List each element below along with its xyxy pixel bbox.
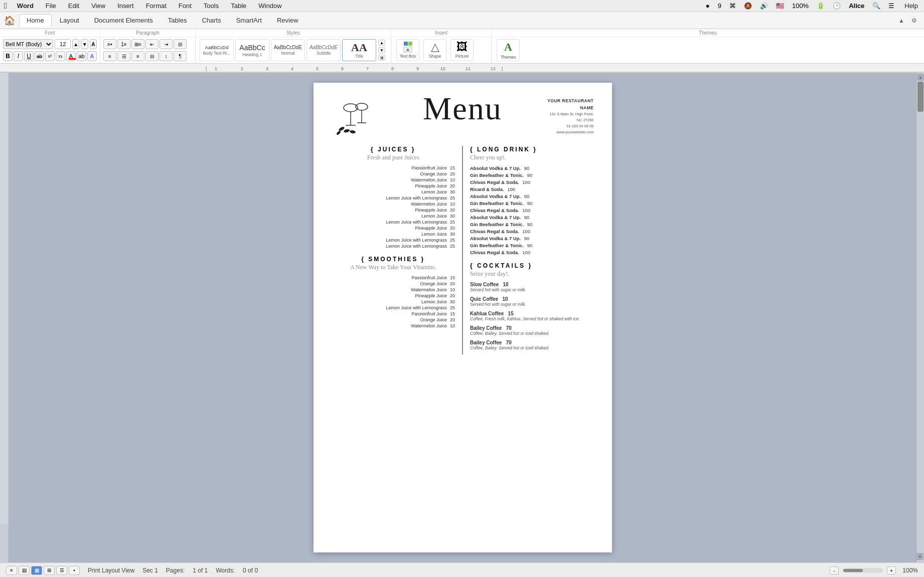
font-size-up[interactable]: ▲ (72, 39, 79, 49)
menu-insert[interactable]: Insert (115, 2, 136, 10)
font-color-button[interactable]: A (66, 51, 76, 61)
strikethrough-button[interactable]: ab (35, 51, 44, 61)
style-heading1[interactable]: AaBbCc Heading 1 (235, 39, 269, 61)
superscript-button[interactable]: x² (45, 51, 55, 61)
smoothie-item: Orange Juice20 (332, 281, 455, 286)
styles-scroll-down[interactable]: ▼ (378, 47, 385, 53)
underline-button[interactable]: U (24, 51, 34, 61)
menu-tools[interactable]: Tools (202, 2, 221, 10)
cocktail-item: Bailey Coffee 70 Coffee, Bailey. Served … (470, 325, 594, 336)
juice-item: Lemon Juice with Lemongrass25 (332, 244, 455, 249)
menu-format[interactable]: Format (144, 2, 169, 10)
highlight-button[interactable]: ab (77, 51, 86, 61)
status-bar: ≡ ▤ ▦ ⊞ ☰ ▪ Print Layout View Sec 1 Page… (0, 562, 924, 577)
view-btn-5[interactable]: ☰ (56, 566, 67, 575)
align-right-btn[interactable]: ≡ (131, 51, 144, 61)
restaurant-name: YOUR RESTAURANT NAME (534, 98, 594, 111)
svg-point-20 (343, 129, 350, 133)
ld-item: Absolut Vodka & 7 Up. 90 (470, 236, 594, 241)
tab-tables[interactable]: Tables (161, 15, 194, 26)
tab-smartart[interactable]: SmartArt (229, 15, 269, 26)
svg-point-22 (336, 130, 341, 136)
multicolumn-btn[interactable]: ⊟ (174, 39, 187, 49)
font-section-label: Font (0, 29, 100, 37)
logo-area (332, 98, 392, 138)
words-label: Words: (216, 567, 235, 574)
zoom-in-btn[interactable]: + (887, 566, 896, 574)
tab-document-elements[interactable]: Document Elements (87, 15, 160, 26)
view-btn-4[interactable]: ⊞ (44, 566, 55, 575)
tab-home[interactable]: Home (19, 14, 52, 27)
list-outline-btn[interactable]: ⊞≡ (131, 39, 144, 49)
list-numbered-btn[interactable]: 1≡ (117, 39, 130, 49)
view-btn-6[interactable]: ▪ (69, 566, 80, 575)
menu-window[interactable]: Window (256, 2, 283, 10)
smoothies-subtitle: A New Way to Take Your Vitamins. (332, 264, 455, 271)
picture-insert-btn[interactable]: 🖼 Picture (450, 39, 474, 61)
apple-menu[interactable]:  (4, 2, 7, 11)
indent-decrease-btn[interactable]: ⇤ (145, 39, 159, 49)
zoom-level: 100% (900, 567, 918, 574)
bold-button[interactable]: B (3, 51, 13, 61)
tab-layout[interactable]: Layout (53, 15, 86, 26)
ribbon-collapse[interactable]: ▲ (895, 17, 907, 24)
view-btn-3[interactable]: ▦ (31, 566, 42, 575)
themes-btn[interactable]: A Themes (497, 39, 520, 61)
tab-review[interactable]: Review (270, 15, 305, 26)
italic-button[interactable]: I (14, 51, 23, 61)
font-size-input[interactable] (55, 39, 71, 49)
show-para-btn[interactable]: ¶ (174, 51, 187, 61)
styles-panel-btn[interactable]: A Text Box (396, 39, 419, 61)
styles-scroll-up[interactable]: ▲ (378, 40, 385, 46)
cocktail-item: Bailey Coffee 70 Coffee, Bailey. Served … (470, 340, 594, 350)
styles-section-label: Styles (196, 29, 391, 37)
restaurant-city: NC 27260 (534, 117, 594, 123)
align-justify-btn[interactable]: ⊟ (145, 51, 159, 61)
style-body-text[interactable]: AaBbCcDd Body Text Ri... (200, 39, 234, 61)
align-center-btn[interactable]: ☰ (117, 51, 130, 61)
right-scrollbar[interactable]: ▲ ▼ (916, 73, 924, 562)
styles-more[interactable]: ⊞ (378, 55, 385, 61)
font-size-down[interactable]: ▼ (81, 39, 88, 49)
align-left-btn[interactable]: ≡ (103, 51, 116, 61)
svg-text:4: 4 (291, 66, 293, 71)
smoothies-title: { SMOOTHIES } (332, 256, 455, 263)
subscript-button[interactable]: x₂ (56, 51, 65, 61)
scroll-thumb[interactable] (917, 82, 923, 112)
tab-charts[interactable]: Charts (195, 15, 228, 26)
style-subtitle[interactable]: AaBbCcDdE Subtitle (306, 39, 341, 61)
menu-font[interactable]: Font (177, 2, 194, 10)
menu-view[interactable]: View (89, 2, 107, 10)
menu-file[interactable]: File (44, 2, 58, 10)
cocktail-item: Slow Coffee 10 Served hot with sugar or … (470, 282, 594, 292)
view-btn-2[interactable]: ▤ (19, 566, 30, 575)
insert-section-label: Insert (391, 29, 492, 37)
shape-label: Shape (429, 54, 441, 59)
style-normal[interactable]: AaBbCcDdE Normal (271, 39, 305, 61)
line-spacing-btn[interactable]: ↕ (160, 51, 173, 61)
svg-text:11: 11 (466, 66, 471, 71)
style-title[interactable]: AA Title (342, 39, 376, 61)
font-name-select[interactable]: Bell MT (Body) (3, 39, 53, 49)
scroll-down-btn[interactable]: ▼ (916, 553, 923, 560)
restaurant-website: www.yourwebsite.com (534, 129, 594, 135)
list-bullet-btn[interactable]: ≡• (103, 39, 116, 49)
ribbon-expand[interactable]: ⚙ (908, 17, 920, 24)
font-clear[interactable]: A (90, 39, 97, 49)
juice-item: Lemon Juice30 (332, 232, 455, 237)
menu-help[interactable]: Help (902, 2, 920, 10)
indent-increase-btn[interactable]: ⇥ (160, 39, 173, 49)
juice-item: Pineapple Juice20 (332, 208, 455, 213)
view-btn-1[interactable]: ≡ (6, 566, 17, 575)
text-effects-button[interactable]: A (87, 51, 97, 61)
menu-table[interactable]: Table (229, 2, 248, 10)
zoom-slider[interactable] (843, 568, 883, 572)
zoom-out-btn[interactable]: - (830, 566, 839, 574)
ld-item: Absolut Vodka & 7 Up. 90 (470, 165, 594, 171)
menu-edit[interactable]: Edit (66, 2, 81, 10)
menu-title: Menu (392, 93, 534, 125)
menu-word[interactable]: Word (15, 2, 36, 10)
scroll-up-btn[interactable]: ▲ (917, 74, 924, 81)
shape-insert-btn[interactable]: △ Shape (423, 39, 446, 61)
svg-text:6: 6 (341, 66, 344, 71)
